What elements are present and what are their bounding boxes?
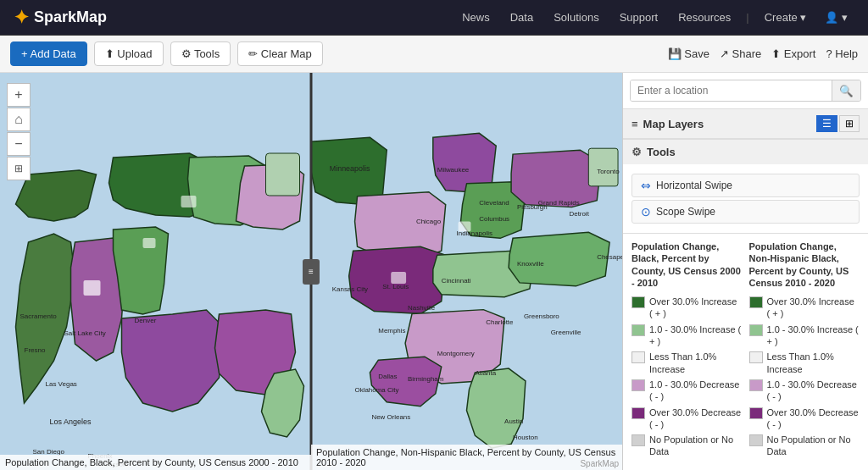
legend-left-item-0: Over 30.0% Increase ( + ) bbox=[632, 296, 743, 320]
svg-text:Detroit: Detroit bbox=[570, 210, 590, 218]
brand-name: SparkMap bbox=[34, 8, 107, 26]
legend-right-item-2: Less Than 1.0% Increase bbox=[749, 351, 860, 375]
toolbar: + Add Data ⬆ Upload ⚙ Tools ✏ Clear Map … bbox=[0, 36, 868, 73]
export-button[interactable]: ⬆ Export bbox=[771, 47, 815, 60]
zoom-in-button[interactable]: + bbox=[7, 83, 31, 107]
tools-gear-icon: ⚙ bbox=[632, 146, 642, 158]
user-menu-button[interactable]: 👤 ▾ bbox=[818, 8, 854, 27]
toolbar-right: 💾 Save ↗ Share ⬆ Export ? Help bbox=[668, 47, 858, 60]
map-caption-right: Population Change, Non-Hispanic Black, P… bbox=[311, 445, 622, 470]
svg-text:Dallas: Dallas bbox=[378, 373, 397, 380]
svg-text:Chicago: Chicago bbox=[416, 218, 442, 225]
star-icon: ✦ bbox=[14, 7, 29, 29]
upload-button[interactable]: ⬆ Upload bbox=[94, 41, 164, 66]
zoom-out-button[interactable]: − bbox=[7, 132, 31, 156]
right-panel: 🔍 ≡ Map Layers ☰ ⊞ ⚙ Tools bbox=[622, 73, 868, 470]
map-layers-header[interactable]: ≡ Map Layers ☰ ⊞ bbox=[623, 109, 868, 139]
list-view-button[interactable]: ☰ bbox=[816, 115, 837, 132]
legend-right-label-0: Over 30.0% Increase ( + ) bbox=[767, 296, 860, 320]
legend-left-item-2: Less Than 1.0% Increase bbox=[632, 351, 743, 375]
tools-button[interactable]: ⚙ Tools bbox=[170, 41, 231, 66]
legend-swatch-light-purple bbox=[632, 379, 645, 391]
create-button[interactable]: Create ▾ bbox=[756, 8, 815, 27]
map-svg-right: Minneapolis Chicago Indianapolis Columbu… bbox=[311, 73, 622, 470]
map-divider-handle[interactable]: ≡ bbox=[303, 259, 320, 285]
main-content: + ⌂ − ⊞ bbox=[0, 73, 868, 470]
scope-swipe-label: Scope Swipe bbox=[656, 206, 715, 218]
svg-text:Chesapeake: Chesapeake bbox=[597, 253, 622, 261]
nav-links: News Data Solutions Support Resources | … bbox=[453, 8, 854, 27]
map-layers-label: Map Layers bbox=[643, 118, 704, 130]
svg-text:Toronto: Toronto bbox=[597, 168, 620, 175]
legend-right-swatch-dark-purple bbox=[749, 407, 763, 419]
map-caption-left: Population Change, Black, Percent by Cou… bbox=[0, 455, 311, 470]
legend-right-label-5: No Population or No Data bbox=[767, 434, 860, 458]
brand: ✦ SparkMap bbox=[14, 7, 107, 29]
horizontal-swipe-label: Horizontal Swipe bbox=[656, 180, 732, 191]
svg-text:Las Vegas: Las Vegas bbox=[46, 380, 77, 388]
tools-section: ⚙ Tools ⇔ Horizontal Swipe ⊙ Scope Swipe bbox=[623, 140, 868, 234]
layers-button[interactable]: ⊞ bbox=[7, 157, 31, 180]
map-left: Los Angeles Las Vegas San Diego Phoenix … bbox=[0, 73, 311, 470]
legend: Population Change, Black, Percent by Cou… bbox=[623, 234, 868, 468]
svg-marker-4 bbox=[114, 227, 169, 314]
nav-solutions[interactable]: Solutions bbox=[545, 8, 607, 27]
svg-text:St. Louis: St. Louis bbox=[382, 283, 409, 290]
nav-separator: | bbox=[746, 11, 748, 24]
svg-text:Charlotte: Charlotte bbox=[486, 318, 514, 326]
nav-news[interactable]: News bbox=[453, 8, 498, 27]
legend-right-item-0: Over 30.0% Increase ( + ) bbox=[749, 296, 860, 320]
location-search-button[interactable]: 🔍 bbox=[832, 80, 860, 101]
home-button[interactable]: ⌂ bbox=[7, 108, 31, 131]
legend-right-swatch-white bbox=[749, 351, 763, 363]
share-button[interactable]: ↗ Share bbox=[720, 47, 761, 60]
legend-swatch-dark-purple bbox=[632, 407, 645, 419]
legend-right-item-3: 1.0 - 30.0% Decrease ( - ) bbox=[749, 379, 860, 403]
svg-text:Houston: Houston bbox=[513, 434, 538, 441]
grid-view-button[interactable]: ⊞ bbox=[839, 115, 860, 132]
svg-rect-38 bbox=[391, 272, 406, 284]
nav-data[interactable]: Data bbox=[502, 8, 542, 27]
location-search: 🔍 bbox=[623, 73, 868, 109]
svg-text:Indianapolis: Indianapolis bbox=[457, 229, 492, 237]
tools-body: ⇔ Horizontal Swipe ⊙ Scope Swipe bbox=[623, 164, 868, 233]
svg-text:Cleveland: Cleveland bbox=[479, 199, 509, 207]
legend-left: Population Change, Black, Percent by Cou… bbox=[632, 241, 743, 462]
legend-swatch-gray bbox=[632, 434, 645, 446]
help-button[interactable]: ? Help bbox=[826, 47, 858, 60]
svg-text:Birmingham: Birmingham bbox=[408, 375, 444, 383]
legend-right-label-4: Over 30.0% Decrease ( - ) bbox=[767, 406, 860, 431]
scope-swipe-button[interactable]: ⊙ Scope Swipe bbox=[632, 200, 860, 224]
svg-text:Atlanta: Atlanta bbox=[475, 369, 496, 377]
tools-header[interactable]: ⚙ Tools bbox=[623, 140, 868, 164]
svg-text:Nashville: Nashville bbox=[408, 304, 436, 312]
legend-left-item-1: 1.0 - 30.0% Increase ( + ) bbox=[632, 323, 743, 348]
map-controls: + ⌂ − ⊞ bbox=[7, 83, 31, 180]
legend-swatch-white bbox=[632, 351, 645, 363]
svg-text:Austin: Austin bbox=[504, 417, 523, 425]
svg-text:New Orleans: New Orleans bbox=[371, 413, 410, 421]
legend-right-swatch-gray bbox=[749, 434, 763, 446]
clear-map-button[interactable]: ✏ Clear Map bbox=[237, 41, 323, 66]
horizontal-swipe-button[interactable]: ⇔ Horizontal Swipe bbox=[632, 174, 860, 197]
scope-swipe-icon: ⊙ bbox=[641, 205, 651, 218]
layers-icon: ≡ bbox=[632, 118, 638, 130]
legend-right-swatch-light-green bbox=[749, 324, 763, 336]
map-split: Los Angeles Las Vegas San Diego Phoenix … bbox=[0, 73, 622, 470]
save-button[interactable]: 💾 Save bbox=[668, 47, 709, 60]
nav-resources[interactable]: Resources bbox=[670, 8, 739, 27]
add-data-button[interactable]: + Add Data bbox=[10, 41, 87, 66]
legend-left-title: Population Change, Black, Percent by Cou… bbox=[632, 241, 743, 289]
svg-text:Salt Lake City: Salt Lake City bbox=[64, 329, 106, 337]
panel-view-buttons: ☰ ⊞ bbox=[816, 115, 860, 132]
legend-left-label-4: Over 30.0% Decrease ( - ) bbox=[649, 406, 743, 431]
nav-support[interactable]: Support bbox=[611, 8, 667, 27]
svg-rect-12 bbox=[84, 280, 101, 296]
legend-right-label-1: 1.0 - 30.0% Increase ( + ) bbox=[767, 323, 860, 348]
legend-left-label-0: Over 30.0% Increase ( + ) bbox=[649, 296, 743, 320]
location-input[interactable] bbox=[631, 80, 832, 101]
map-right: Minneapolis Chicago Indianapolis Columbu… bbox=[311, 73, 622, 470]
legend-right-swatch-dark-green bbox=[749, 296, 763, 308]
svg-text:Fresno: Fresno bbox=[25, 346, 46, 354]
legend-right-title: Population Change, Non-Hispanic Black, P… bbox=[749, 241, 860, 289]
